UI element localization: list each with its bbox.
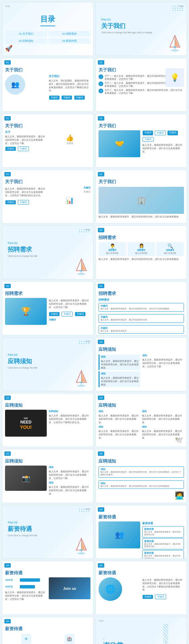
about4-photo: 🤝 [99, 130, 140, 157]
about3-body: 输入文本，最新的研究来提升，通过对实际研究分析，进行全方位多角度阐述，让您充分了… [5, 135, 47, 145]
about6-content: 关于我们 🏢 输入文本，最新的研究来提升，通过对实际研究分析，进行全方位多角度阐… [99, 173, 184, 218]
tag-2: 关键词 [62, 96, 72, 100]
r-tag3: 关键词 [75, 312, 85, 316]
about1-body: 输入文本，我们的团队，最新的研究来提升，通过对实际的研究，进行全方位多角度的阐述… [49, 79, 90, 92]
about5-kw1: 关键词 [49, 186, 90, 190]
svg-point-14 [77, 385, 85, 387]
notice4-content: 应聘须知 📸 须知 输入文本，最新的研究来提升，通过对实际研究分析，进行全方位多… [5, 452, 90, 496]
notice4-right: 须知 输入文本，最新的研究来提升，通过对实际研究分析，进行全方位多角度阐述，让您… [49, 466, 90, 496]
n1-label1: 须知 [101, 355, 139, 359]
notice1-item2: 须知 输入文本，最新的研究来提升，通过对实际研究分析，进行全方位多角度阐述。 [99, 371, 140, 387]
notice2-right: 应聘须知 输入文本，最新的研究来提升，通过对实际研究分析，进行全方位多角度阐述，… [49, 410, 90, 437]
about3-tag-right: 关键词 [49, 142, 90, 145]
notice3-title: 应聘须知 [99, 402, 184, 408]
part01-subtitle: Click here to change the title logo clic… [101, 31, 181, 34]
s1-item3: 薪资待遇 输入文本，最新的研究来提升，通过对实际研究分析。 [142, 550, 184, 559]
about1-cols: 👥 关于我们 输入文本，我们的团队，最新的研究来提升，通过对实际的研究，进行全方… [5, 74, 90, 100]
recruit3-subtitle: 招聘需求 [99, 298, 184, 302]
about1-left: 👥 [5, 74, 47, 100]
thankyou-text-area: " 谢欣赏 [103, 638, 123, 644]
slide-about-5: 01 关于我们 输入文本，最新的研究来提升，通过对实际研究分析，进行全方位多角度… [2, 170, 93, 224]
recruit-box-1: 👨‍💼 招聘需求 输入文本内容 [99, 242, 126, 256]
about5-cols: 输入文本，最新的研究来提升，通过对实际研究分析，进行全方位多角度阐述，让您充分了… [5, 186, 90, 205]
salary3-body: 输入文本，最新的研究来提升，通过对实际研究分析，进行全方位多角度阐述，让您充分了… [142, 578, 184, 591]
n5-item1: 须知 输入文本，最新的研究来提升，通过对实际研究分析，进行全方位多角度阐述，让您… [99, 466, 184, 478]
join-text: Join us [63, 586, 76, 590]
kw4: 关键词 [143, 137, 154, 142]
badge-about-6: 01 [98, 172, 104, 176]
notice4-title: 应聘须知 [5, 458, 90, 464]
recruit2-cols: 🏆 输入文本，最新的研究来提升，通过对实际研究分析，进行全方位多角度阐述，让您充… [5, 298, 90, 325]
badge-about-5: 01 [4, 172, 11, 176]
decorative-dots-3 [79, 341, 90, 344]
n5-item2: 须知 输入文本，最新的研究来提升，通过对实际研究分析，进行全方位多角度阐述。 [99, 480, 184, 489]
about5-photo: 📊 [49, 196, 90, 204]
about5-kw2: 关键词 [49, 190, 90, 194]
badge-salary-4: 04 [4, 619, 11, 623]
recruit1-title: 招聘需求 [99, 235, 184, 241]
notice3-content: 应聘须知 须知 输入文本，最新的研究来提升，通过对实际研究分析，进行全方位多角度… [99, 396, 184, 440]
badge-salary-2: 04 [4, 563, 11, 568]
tag-a1: 关键词 [5, 200, 16, 204]
logo-toc: logo [5, 4, 10, 7]
text-3: 关于三：输入文本，最新的研究来提升，通过对实际研究分析，进行全方位多角度阐述，让… [105, 89, 184, 95]
recruit2-title: 招聘需求 [5, 291, 90, 297]
salary1-subtitle: 薪资待遇 [142, 521, 184, 525]
benefit-1: ✈ 输入文本，最新的研究来提升，通过对实际研究分析，进行全方位多角度阐述。 [5, 634, 47, 644]
n4-notice2: 须知 [49, 481, 90, 484]
recruit2-body: 输入文本，最新的研究来提升，通过对实际研究分析，进行全方位多角度阐述，让您充分了… [49, 299, 90, 309]
notice5-content: 应聘须知 须知 输入文本，最新的研究来提升，通过对实际研究分析，进行全方位多角度… [99, 452, 184, 489]
slide-notice-1: 03 应聘须知 须知 输入文本，最新的研究来提升，通过对实际研究分析，进行全方位… [96, 337, 187, 391]
notice2-content: 应聘须知 WE NEED YOU! 应聘须知 输入文本，最新的研究来提升，通过对… [5, 396, 90, 437]
salary-bar-2 [20, 585, 35, 588]
salary2-right: Join us [49, 577, 90, 601]
r3-title3: 关键词 [101, 327, 182, 330]
slide-part01-cover: logo Part.01 关于我们 Click here to change t… [96, 2, 187, 56]
about4-body: 输入文本，最新的研究来提升，通过对实际研究分析，进行全方位多角度阐述。 [142, 143, 184, 153]
notice2-subtitle: 应聘须知 [49, 410, 90, 413]
part01-label: Part.01 [101, 18, 181, 21]
tag-a2: 关键词 [18, 200, 29, 205]
notice2-body: 输入文本，最新的研究来提升，通过对实际研究分析，进行全方位多角度阐述，让您充分了… [49, 414, 90, 424]
badge-recruit-1: 02 [98, 228, 104, 232]
toc-item-3[interactable]: 03.应聘须知 [5, 38, 47, 44]
toc-item-4[interactable]: 04.薪资待遇 [48, 38, 90, 44]
n5-t1: 须知 [101, 468, 182, 471]
slide-salary-3: 04 薪资待遇 🌐 输入文本，最新的研究来提升，通过对实际研究分析，进行全方位多… [96, 561, 187, 615]
svg-marker-11 [81, 372, 85, 382]
r3-title2: 关键词 [101, 315, 182, 319]
slide-toc: logo 目录 01.关于我们 02.招聘需求 03.应聘须知 04.薪资待遇 … [2, 2, 93, 56]
notice1-cols: 须知 输入文本，最新的研究来提升，通过对实际研究分析，进行全方位多角度阐述。 须… [99, 354, 184, 388]
slide-recruit-3: 02 招聘需求 招聘需求 关键词 输入文本，最新的研究来提升，通过对实际研究分析… [96, 281, 187, 335]
recruit3-item3: 关键词 输入文本，最新的研究来提升。 [99, 325, 184, 334]
badge-notice-2: 03 [4, 396, 11, 400]
about1-title: 关于我们 [5, 67, 90, 73]
recruit-label-2: 招聘需求 [129, 249, 154, 252]
nc2-label: 须知 [142, 410, 184, 413]
num-2: 2 [99, 81, 103, 86]
n1-text1: 输入文本，最新的研究来提升，通过对实际研究分析，进行全方位多角度阐述。 [101, 360, 139, 369]
nc4-label: 须知 [142, 425, 184, 429]
about3-tag1: 关键词 [5, 147, 16, 151]
num-1: 1 [99, 74, 103, 79]
salary1-cols: 👥 薪资待遇 薪资待遇 输入文本，最新的研究来提升，通过对实际研究分析。 薪资待… [99, 521, 184, 559]
salary3-left: 🌐 [99, 577, 140, 601]
slide-about-2: 01 关于我们 1 关于一：输入文本，最新的研究来提升，通过对实际研究分析，进行… [96, 58, 187, 112]
about5-right: 关键词 关键词 📊 [49, 186, 90, 205]
part03-content: Part.03 应聘须知 Click here to change the ti… [5, 350, 90, 372]
salary-level-2: 1200元 [5, 585, 47, 588]
recruit3-title: 招聘需求 [99, 291, 184, 297]
slide-thank-you: logo " 谢欣赏 [96, 617, 187, 644]
notice1-title: 应聘须知 [99, 346, 184, 352]
part04-title: 薪资待遇 [8, 525, 88, 533]
recruit3-item1: 关键词 输入文本，最新的研究来提升，通过对实际研究分析，进行全方位多角度阐述。 [99, 303, 184, 312]
toc-item-1[interactable]: 01.关于我们 [5, 31, 47, 37]
svg-point-9 [77, 273, 85, 275]
salary2-body: 输入文本，最新的研究来提升，通过对实际研究分析，进行全方位多角度阐述，让您充分了… [5, 591, 47, 601]
salary-levels: 1200元 1200元 [5, 577, 47, 589]
we-need-banner: WE NEED YOU! [5, 410, 47, 437]
birds-icon: 🕊️ [175, 436, 183, 444]
n5-t2: 须知 [101, 482, 182, 485]
part04-content: Part.04 薪资待遇 Click here to change the ti… [5, 518, 90, 539]
toc-item-2[interactable]: 02.招聘需求 [48, 31, 90, 37]
